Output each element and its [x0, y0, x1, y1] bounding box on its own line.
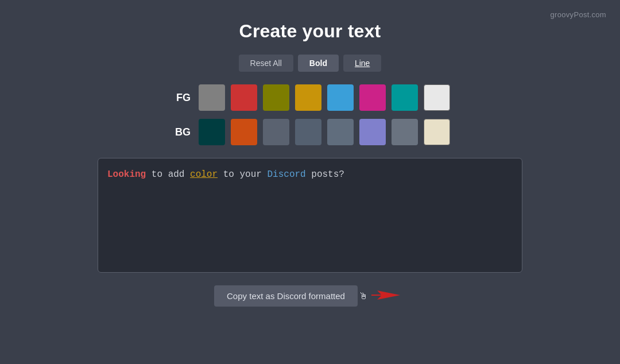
arrow-icon: [371, 288, 406, 304]
fg-color-gold[interactable]: [295, 84, 321, 111]
bg-color-cream[interactable]: [424, 119, 450, 145]
word-posts: posts?: [306, 169, 344, 180]
text-area-container: Looking to add color to your Discord pos…: [98, 158, 522, 273]
word-color: color: [190, 169, 218, 180]
word-normal: to add: [146, 169, 190, 180]
fg-color-blue[interactable]: [327, 84, 354, 111]
fg-color-gray[interactable]: [199, 84, 225, 111]
fg-color-magenta[interactable]: [359, 84, 386, 111]
fg-color-white[interactable]: [424, 84, 450, 111]
bg-label: BG: [170, 126, 191, 138]
bg-color-dark-teal[interactable]: [199, 119, 225, 145]
bg-color-medium-gray[interactable]: [263, 119, 289, 145]
copy-discord-button[interactable]: Copy text as Discord formatted: [214, 285, 358, 307]
fg-row: FG: [170, 84, 450, 111]
fg-label: FG: [170, 92, 191, 104]
bg-color-slate2[interactable]: [327, 119, 354, 145]
bold-button[interactable]: Bold: [298, 55, 339, 72]
fg-color-teal[interactable]: [392, 84, 418, 111]
bg-color-purple[interactable]: [359, 119, 386, 145]
color-section: FG BG: [170, 84, 450, 145]
colored-text-display[interactable]: Looking to add color to your Discord pos…: [98, 158, 522, 273]
bg-color-gray2[interactable]: [392, 119, 418, 145]
fg-color-red[interactable]: [231, 84, 257, 111]
fg-color-olive[interactable]: [263, 84, 289, 111]
toolbar: Reset All Bold Line: [239, 55, 382, 72]
cursor-icon: 🖱: [359, 291, 368, 301]
line-button[interactable]: Line: [343, 55, 381, 72]
reset-all-button[interactable]: Reset All: [239, 55, 293, 72]
copy-btn-row: Copy text as Discord formatted 🖱: [214, 285, 406, 307]
watermark: groovyPost.com: [551, 10, 606, 19]
svg-rect-1: [371, 295, 382, 296]
page-title: Create your text: [239, 21, 381, 42]
word-discord: Discord: [267, 169, 305, 180]
word-normal2: to your: [218, 169, 267, 180]
bg-color-orange[interactable]: [231, 119, 257, 145]
word-looking: Looking: [107, 169, 146, 180]
bg-color-slate[interactable]: [295, 119, 321, 145]
bg-row: BG: [170, 119, 450, 145]
